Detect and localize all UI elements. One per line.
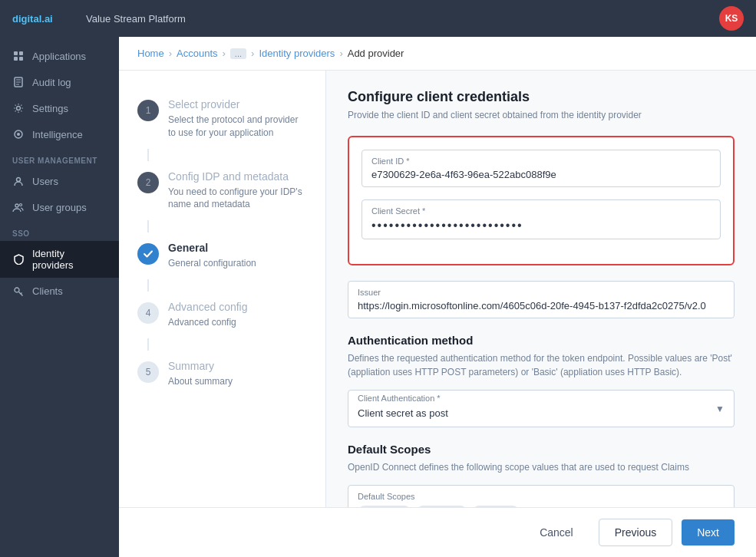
sidebar: Applications Audit log Settings Intellig… [0,37,119,557]
scopes-label: Default Scopes [358,492,725,501]
client-auth-select-wrapper: Client Authentication * Client secret as… [348,390,735,427]
svg-point-12 [17,178,21,182]
svg-text:digital.ai: digital.ai [12,13,53,25]
step-5-desc: About summary [168,375,233,388]
sidebar-item-user-groups[interactable]: User groups [0,194,119,220]
breadcrumb-current: Add provider [348,48,404,59]
step-2-desc: You need to configure your IDP's name an… [168,186,307,212]
client-auth-label: Client Authentication * [358,394,441,403]
step-1-indicator: 1 [137,100,159,121]
client-auth-select[interactable]: Client Authentication * Client secret as… [348,390,735,427]
default-scopes-title: Default Scopes [348,443,735,456]
step-4-title: Advanced config [168,301,248,313]
client-secret-group: Client Secret * ••••••••••••••••••••••••… [361,199,721,239]
client-id-group: Client ID * e7300629-2e6a-4f63-96ea-522a… [361,150,721,187]
svg-rect-4 [19,57,23,61]
wizard-step-3[interactable]: General General configuration [119,232,325,279]
form-title: Configure client credentials [348,89,735,105]
step-5-title: Summary [168,360,233,372]
platform-title: Value Stream Platform [86,13,186,25]
breadcrumb-sep-2: › [223,48,226,59]
logo-icon: digital.ai [12,11,74,26]
svg-rect-2 [19,51,23,55]
sidebar-item-label: User groups [32,202,87,213]
wizard-connector-3 [147,279,149,292]
wizard-connector-2 [147,220,149,232]
breadcrumb-sep-3: › [251,48,254,59]
sidebar-item-label: Audit log [32,77,71,88]
wizard-step-5[interactable]: 5 Summary About summary [119,351,325,397]
svg-point-9 [17,107,21,110]
sidebar-item-applications[interactable]: Applications [0,43,119,69]
step-4-desc: Advanced config [168,316,248,329]
sidebar-item-clients[interactable]: Clients [0,278,119,304]
step-2-indicator: 2 [137,172,159,193]
users-icon [12,201,25,213]
step-5-indicator: 5 [137,361,159,383]
sidebar-item-label: Identity providers [32,248,107,271]
sidebar-item-label: Intelligence [32,129,83,140]
footer: Cancel Previous Next [119,507,756,557]
step-3-indicator [137,243,159,265]
file-icon [12,76,25,88]
client-secret-value: •••••••••••••••••••••••••• [371,219,711,232]
svg-point-11 [17,133,20,136]
client-id-label: Client ID * [371,157,711,166]
step-3-title: General [168,242,256,254]
sidebar-item-identity-providers[interactable]: Identity providers [0,241,119,278]
svg-point-15 [15,288,19,292]
brain-icon [12,128,25,140]
scopes-container[interactable]: Default Scopes openid ✕ profile ✕ email [348,485,735,507]
breadcrumb-home[interactable]: Home [137,48,164,59]
sso-label: SSO [0,220,119,241]
step-1-title: Select provider [168,98,307,110]
form-subtitle: Provide the client ID and client secret … [348,110,735,120]
user-avatar[interactable]: KS [719,6,744,31]
breadcrumb-ellipsis[interactable]: ... [230,48,246,59]
step-1-desc: Select the protocol and provider to use … [168,114,307,140]
next-button[interactable]: Next [682,519,735,545]
sidebar-item-intelligence[interactable]: Intelligence [0,121,119,147]
sidebar-item-audit-log[interactable]: Audit log [0,69,119,95]
sidebar-item-label: Clients [32,285,63,297]
wizard-step-1[interactable]: 1 Select provider Select the protocol an… [119,89,325,149]
sidebar-item-settings[interactable]: Settings [0,95,119,121]
topnav: digital.ai Value Stream Platform KS [0,0,756,37]
user-icon [12,175,25,187]
breadcrumb-sep-4: › [339,48,342,59]
auth-method-title: Authentication method [348,334,735,347]
shield-icon [12,253,25,265]
breadcrumb-identity-providers[interactable]: Identity providers [259,48,335,59]
previous-button[interactable]: Previous [599,519,672,546]
step-3-desc: General configuration [168,257,256,270]
sidebar-item-label: Users [32,176,58,187]
breadcrumb: Home › Accounts › ... › Identity provide… [119,37,756,71]
cancel-button[interactable]: Cancel [523,519,589,546]
wizard-connector-1 [147,149,149,161]
default-scopes-desc: OpenID Connect defines the following sco… [348,460,735,474]
issuer-value: https://login.microsoftonline.com/4605c0… [358,300,725,311]
step-2-title: Config IDP and metadata [168,170,307,183]
auth-method-desc: Defines the requested authentication met… [348,351,735,379]
scope-tag-email: email ✕ [472,506,520,507]
client-auth-value: Client secret as post [358,407,448,419]
client-id-value: e7300629-2e6a-4f63-96ea-522abc088f9e [371,169,711,180]
issuer-label: Issuer [358,288,725,297]
client-id-field[interactable]: Client ID * e7300629-2e6a-4f63-96ea-522a… [361,150,721,187]
sidebar-item-label: Applications [32,51,86,62]
breadcrumb-accounts[interactable]: Accounts [177,48,217,59]
tags-list: openid ✕ profile ✕ email ✕ [358,506,725,507]
wizard-sidebar: 1 Select provider Select the protocol an… [119,71,326,507]
grid-icon [12,50,25,62]
wizard-step-4[interactable]: 4 Advanced config Advanced config [119,292,325,338]
client-secret-field[interactable]: Client Secret * ••••••••••••••••••••••••… [361,199,721,239]
svg-rect-3 [14,57,18,61]
sidebar-item-label: Settings [32,103,68,114]
sidebar-item-users[interactable]: Users [0,168,119,194]
dropdown-arrow-icon: ▼ [715,404,725,414]
main-content: Home › Accounts › ... › Identity provide… [119,37,756,557]
wizard-step-2[interactable]: 2 Config IDP and metadata You need to co… [119,161,325,221]
svg-point-13 [15,204,18,207]
client-secret-label: Client Secret * [371,206,711,216]
issuer-field[interactable]: Issuer https://login.microsoftonline.com… [348,281,735,318]
